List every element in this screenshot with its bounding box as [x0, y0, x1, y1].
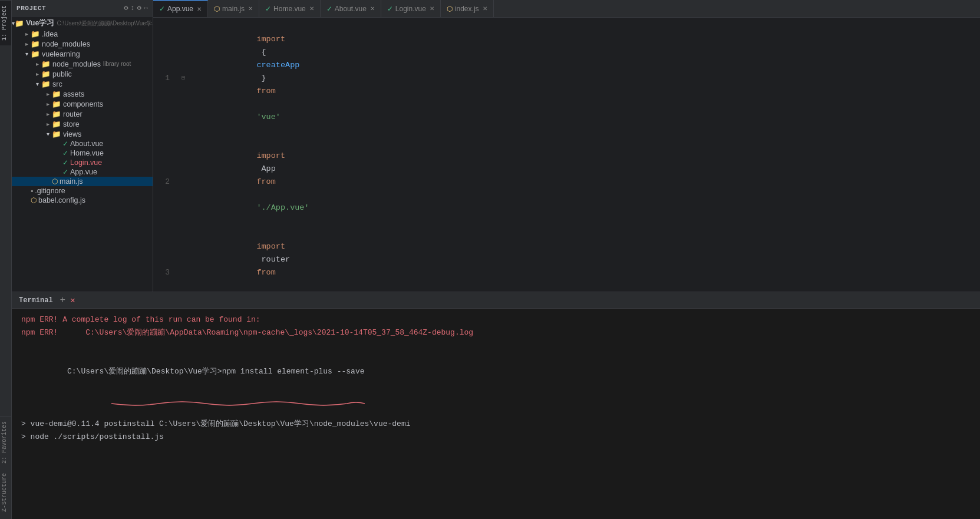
tab-about-vue[interactable]: ✓ About.vue ✕	[321, 0, 381, 17]
arrow-icon: ▸	[44, 91, 52, 97]
line-number: 3	[153, 266, 179, 279]
tree-item-app-vue[interactable]: ✓ App.vue	[12, 167, 153, 177]
tree-label: src	[52, 80, 62, 88]
tree-item-gitignore[interactable]: ▪ .gitignore	[12, 186, 153, 196]
vue-tab-icon: ✓	[326, 5, 332, 13]
folder-icon: 📁	[52, 120, 61, 128]
tab-label: index.js	[455, 5, 479, 13]
tree-item-node-modules-lib[interactable]: ▸ 📁 node_modules library root	[12, 59, 153, 69]
vue-tab-icon: ✓	[159, 5, 165, 13]
tab-close-icon[interactable]: ✕	[483, 5, 487, 12]
tree-label: Vue学习	[26, 18, 54, 28]
tree-item-vue-learning[interactable]: ▾ 📁 Vue学习 C:\Users\爱闹的蹦蹦\Desktop\Vue学习	[12, 18, 153, 29]
line-content: import { createApp } from 'vue'	[187, 20, 299, 137]
tree-label: views	[63, 130, 81, 138]
sidebar: Project ⚙ ↕ ⚙ ↔ ▾ 📁 Vue学习 C:\Users\爱闹的蹦蹦…	[12, 0, 153, 292]
tree-label: main.js	[60, 177, 83, 186]
terminal-content: npm ERR! A complete log of this run can …	[12, 309, 980, 519]
tab-label: Home.vue	[273, 5, 306, 13]
arrow-icon: ▾	[44, 131, 52, 137]
sort-icon[interactable]: ↕	[130, 4, 134, 12]
tab-login-vue[interactable]: ✓ Login.vue ✕	[381, 0, 441, 17]
tree-item-about-vue[interactable]: ✓ About.vue	[12, 139, 153, 148]
arrow-icon: ▾	[33, 81, 41, 87]
tree-label: node_modules	[52, 60, 101, 68]
vue-tab-icon: ✓	[265, 5, 271, 13]
file-icon: ▪	[31, 187, 33, 195]
folder-icon: 📁	[41, 80, 51, 88]
terminal-line-info-1: > vue-demi@0.11.4 postinstall C:\Users\爱…	[21, 418, 971, 431]
folder-icon: 📁	[52, 130, 61, 138]
terminal-line-err-1: npm ERR! A complete log of this run can …	[21, 313, 971, 326]
project-panel-label[interactable]: 1: Project	[0, 0, 11, 45]
tree-label: Home.vue	[70, 149, 104, 157]
vue-file-icon: ✓	[62, 168, 68, 176]
arrow-icon: ▸	[33, 71, 41, 77]
vue-file-icon: ✓	[62, 140, 68, 148]
tree-label: components	[63, 100, 103, 108]
arrow-icon: ▸	[22, 41, 31, 47]
tree-item-src[interactable]: ▾ 📁 src	[12, 79, 153, 89]
tree-label: .gitignore	[35, 187, 65, 195]
tab-label: main.js	[222, 5, 245, 13]
terminal-controls: + ✕	[60, 295, 75, 306]
tree-item-node-modules[interactable]: ▸ 📁 node_modules	[12, 39, 153, 49]
tree-label: babel.config.js	[38, 196, 85, 204]
tree-item-components[interactable]: ▸ 📁 components	[12, 99, 153, 109]
folder-icon: 📁	[52, 100, 61, 108]
tab-index-js[interactable]: ⬡ index.js ✕	[441, 0, 494, 17]
tab-close-icon[interactable]: ✕	[370, 5, 375, 12]
folder-icon: 📁	[41, 70, 51, 78]
tree-item-views[interactable]: ▾ 📁 views	[12, 129, 153, 139]
line-number: 1	[153, 72, 179, 85]
close-terminal-button[interactable]: ✕	[70, 295, 75, 305]
editor: ✓ App.vue ✕ ⬡ main.js ✕ ✓ Home.vue ✕	[153, 0, 980, 292]
tree-item-home-vue[interactable]: ✓ Home.vue	[12, 148, 153, 158]
tab-label: App.vue	[167, 5, 193, 13]
arrow-icon: ▸	[44, 121, 52, 127]
arrow-icon: ▸	[22, 31, 31, 37]
tab-app-vue[interactable]: ✓ App.vue ✕	[153, 0, 208, 17]
tree-label: router	[63, 110, 83, 118]
tree-item-idea[interactable]: ▸ 📁 .idea	[12, 29, 153, 39]
tree-item-public[interactable]: ▸ 📁 public	[12, 69, 153, 79]
terminal-panel: Terminal + ✕ npm ERR! A complete log of …	[12, 292, 980, 519]
expand-icon[interactable]: ↔	[144, 4, 148, 12]
code-line-2: 2 import App from './App.vue'	[153, 137, 980, 227]
arrow-icon: ▸	[33, 61, 41, 67]
line-content: import App from './App.vue'	[187, 137, 309, 227]
tab-label: Login.vue	[395, 5, 426, 13]
config-icon[interactable]: ⚙	[137, 4, 141, 12]
tree-item-babel-config[interactable]: ⬡ babel.config.js	[12, 196, 153, 205]
file-tree: ▾ 📁 Vue学习 C:\Users\爱闹的蹦蹦\Desktop\Vue学习 ▸…	[12, 16, 153, 292]
tree-label: .idea	[42, 30, 58, 38]
tree-label: vuelearning	[42, 50, 80, 58]
tab-close-icon[interactable]: ✕	[309, 5, 314, 12]
structure-panel-label[interactable]: Z-Structure	[0, 468, 11, 517]
terminal-title: Terminal	[19, 296, 53, 305]
js-file-icon: ⬡	[52, 177, 58, 186]
terminal-line-cmd: C:\Users\爱闹的蹦蹦\Desktop\Vue学习>npm install…	[21, 352, 365, 404]
folder-icon: 📁	[31, 49, 40, 58]
tree-item-vuelearning[interactable]: ▾ 📁 vuelearning	[12, 49, 153, 59]
js-tab-icon: ⬡	[214, 5, 220, 13]
tree-item-store[interactable]: ▸ 📁 store	[12, 119, 153, 129]
tab-close-icon[interactable]: ✕	[248, 5, 253, 12]
vue-tab-icon: ✓	[387, 5, 393, 13]
folder-icon: 📁	[31, 39, 40, 48]
terminal-line-err-2: npm ERR! C:\Users\爱闹的蹦蹦\AppData\Roaming\…	[21, 326, 971, 339]
tab-close-icon[interactable]: ✕	[430, 5, 434, 12]
tree-item-login-vue[interactable]: ✓ Login.vue	[12, 158, 153, 167]
add-terminal-button[interactable]: +	[60, 295, 66, 306]
tab-home-vue[interactable]: ✓ Home.vue ✕	[259, 0, 321, 17]
tab-main-js[interactable]: ⬡ main.js ✕	[208, 0, 259, 17]
tree-item-assets[interactable]: ▸ 📁 assets	[12, 89, 153, 99]
tab-close-icon[interactable]: ✕	[197, 6, 202, 12]
tree-item-main-js[interactable]: ⬡ main.js	[12, 177, 153, 186]
folder-icon: 📁	[52, 90, 61, 98]
js-tab-icon: ⬡	[447, 5, 453, 13]
favorites-panel-label[interactable]: 2: Favorites	[0, 416, 11, 468]
tree-item-router[interactable]: ▸ 📁 router	[12, 109, 153, 119]
tree-label: Login.vue	[70, 158, 102, 167]
settings-icon[interactable]: ⚙	[124, 4, 128, 12]
